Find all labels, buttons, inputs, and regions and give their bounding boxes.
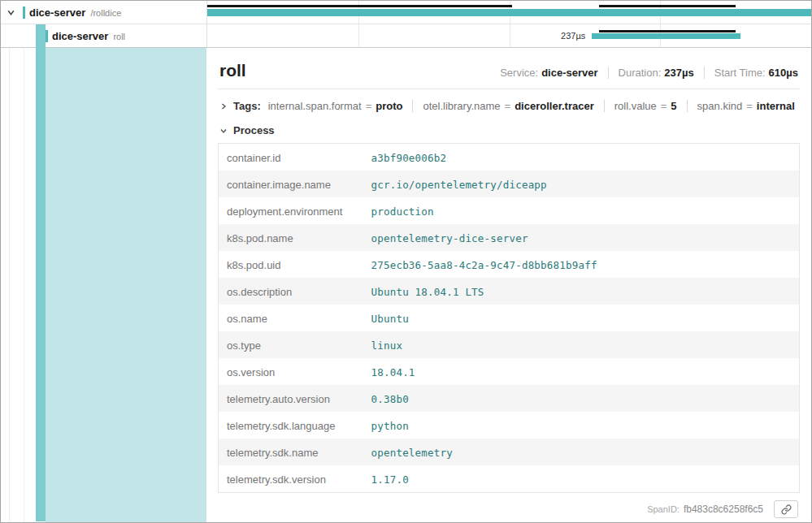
process-row: container.id a3bf90e006b2 [219, 144, 800, 171]
tag-key: roll.value [614, 100, 657, 112]
process-row: telemetry.sdk.name opentelemetry [219, 439, 800, 465]
tag-value: 5 [671, 100, 676, 112]
timeline-grid-line [510, 24, 510, 47]
span-id-value: fb483c8c6258f6c5 [684, 504, 763, 515]
process-value: gcr.io/opentelemetry/diceapp [363, 171, 800, 197]
timeline-cell: 237µs [206, 24, 811, 47]
process-key: telemetry.sdk.name [219, 439, 363, 465]
process-row: k8s.pod.name opentelemetry-dice-server [219, 224, 800, 251]
stat-label: Duration: [619, 67, 662, 79]
timeline-grid-line [358, 24, 359, 47]
tag-item: span.kind=internal [687, 100, 795, 112]
process-value: opentelemetry [363, 439, 800, 465]
process-key: k8s.pod.uid [219, 251, 363, 278]
chevron-down-icon [7, 8, 15, 17]
span-stat: Duration:237µs [608, 67, 694, 79]
gutter-divider [9, 48, 10, 522]
process-row: deployment.environment production [219, 197, 800, 224]
operation-name: /rolldice [90, 8, 121, 18]
process-key: os.version [219, 358, 363, 385]
span-detail-footer: SpanID: fb483c8c6258f6c5 [218, 493, 800, 522]
timeline-cell [206, 1, 811, 24]
tag-equals: = [505, 100, 511, 112]
span-name-cell[interactable]: dice-server roll [1, 24, 206, 47]
process-value: python [363, 412, 800, 439]
process-value: a3bf90e006b2 [363, 144, 800, 171]
tag-equals: = [746, 100, 753, 112]
tag-value: diceroller.tracer [515, 100, 594, 112]
span-bar-rolldice[interactable] [207, 9, 811, 16]
span-title: roll [219, 61, 246, 80]
main-area: roll Service:dice-server Duration:237µs … [1, 48, 811, 522]
stat-value: 237µs [664, 67, 693, 79]
stat-label: Start Time: [714, 67, 766, 79]
process-key: k8s.pod.name [219, 224, 363, 251]
link-icon [781, 504, 792, 515]
process-value: linux [363, 331, 800, 358]
process-row: k8s.pod.uid 275ecb36-5aa8-4c2a-9c47-d8bb… [219, 251, 800, 278]
deep-link-button[interactable] [774, 500, 798, 518]
span-duration-label: 237µs [561, 24, 585, 48]
span-stat: Service:dice-server [500, 67, 597, 79]
tag-item: internal.span.format=proto [268, 100, 403, 112]
span-row-rolldice[interactable]: dice-server /rolldice [1, 1, 811, 24]
process-kv-body: container.id a3bf90e006b2 container.imag… [219, 144, 800, 493]
span-name: dice-server roll [46, 30, 125, 42]
stat-label: Service: [500, 67, 538, 79]
process-value: 0.38b0 [363, 385, 800, 412]
span-tree-gutter [1, 48, 206, 522]
service-name: dice-server [29, 6, 85, 19]
trace-detail-page: dice-server /rolldice dice-server roll [0, 0, 812, 523]
stat-value: 610µs [769, 67, 798, 79]
selected-span-accent-strip [36, 24, 46, 521]
span-detail-panel: roll Service:dice-server Duration:237µs … [206, 48, 811, 522]
process-row: telemetry.sdk.version 1.17.0 [219, 465, 800, 493]
process-section-header[interactable]: Process [218, 114, 800, 143]
span-name-cell[interactable]: dice-server /rolldice [1, 1, 206, 24]
span-bar-overlay [207, 5, 512, 7]
process-value: 1.17.0 [363, 465, 800, 493]
tags-section-header[interactable]: Tags: internal.span.format=proto otel.li… [218, 89, 800, 114]
span-id-label: SpanID: [647, 504, 680, 514]
span-detail-header: roll Service:dice-server Duration:237µs … [218, 48, 800, 89]
process-key: os.name [219, 305, 363, 331]
span-stats: Service:dice-server Duration:237µs Start… [500, 67, 798, 79]
process-value: opentelemetry-dice-server [363, 224, 800, 251]
stat-value: dice-server [541, 67, 597, 79]
tag-value: proto [376, 100, 402, 112]
operation-name: roll [113, 32, 125, 41]
process-value: 18.04.1 [363, 358, 800, 385]
span-stat: Start Time:610µs [704, 67, 798, 79]
tag-key: otel.library.name [423, 100, 500, 112]
tag-item: otel.library.name=diceroller.tracer [412, 100, 593, 112]
process-key: telemetry.sdk.language [219, 412, 363, 439]
process-value: production [363, 197, 800, 224]
trace-timeline: dice-server /rolldice dice-server roll [1, 1, 811, 48]
span-bar-overlay [599, 30, 736, 32]
tag-item: roll.value=5 [604, 100, 677, 112]
process-label: Process [233, 124, 275, 136]
collapse-chevron-button[interactable] [4, 6, 17, 19]
process-row: container.image.name gcr.io/opentelemetr… [219, 171, 800, 197]
service-name: dice-server [52, 30, 108, 42]
tags-label: Tags: [233, 100, 261, 112]
process-key: telemetry.sdk.version [219, 465, 363, 493]
process-row: os.name Ubuntu [219, 305, 800, 331]
span-row-roll[interactable]: dice-server roll 237µs [1, 24, 811, 48]
tag-key: internal.span.format [268, 100, 362, 112]
process-key: container.image.name [219, 171, 363, 197]
span-bar-roll[interactable] [592, 33, 740, 39]
process-key: telemetry.auto.version [219, 385, 363, 412]
span-bar-overlay [599, 5, 736, 7]
process-key: os.type [219, 331, 363, 358]
span-name: dice-server /rolldice [23, 6, 121, 19]
process-row: os.version 18.04.1 [219, 358, 800, 385]
tag-equals: = [366, 100, 372, 112]
process-row: os.description Ubuntu 18.04.1 LTS [219, 278, 800, 305]
process-key: os.description [219, 278, 363, 305]
process-key: deployment.environment [219, 197, 363, 224]
process-kv-table: container.id a3bf90e006b2 container.imag… [218, 143, 800, 493]
gutter-divider [24, 48, 24, 522]
tag-value: internal [757, 100, 795, 112]
process-row: telemetry.sdk.language python [219, 412, 800, 439]
